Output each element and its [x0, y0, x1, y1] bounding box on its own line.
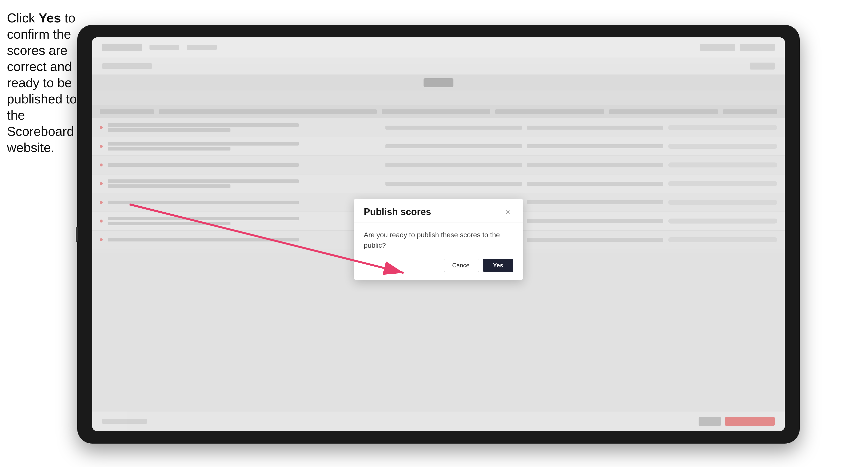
modal-overlay: Publish scores × Are you ready to publis… [92, 37, 785, 431]
publish-scores-dialog: Publish scores × Are you ready to publis… [354, 198, 523, 280]
dialog-body: Are you ready to publish these scores to… [354, 223, 523, 259]
dialog-title: Publish scores [364, 207, 431, 217]
tablet-side-button [76, 227, 78, 242]
instruction-text: Click Yes to confirm the scores are corr… [7, 10, 79, 156]
dialog-message: Are you ready to publish these scores to… [364, 230, 513, 251]
dialog-header: Publish scores × [354, 198, 523, 223]
tablet-screen: Publish scores × Are you ready to publis… [92, 37, 785, 431]
dialog-close-button[interactable]: × [502, 207, 513, 218]
tablet-device: Publish scores × Are you ready to publis… [77, 25, 800, 443]
dialog-footer: Cancel Yes [354, 259, 523, 280]
cancel-button[interactable]: Cancel [444, 259, 479, 272]
yes-button[interactable]: Yes [483, 259, 513, 272]
